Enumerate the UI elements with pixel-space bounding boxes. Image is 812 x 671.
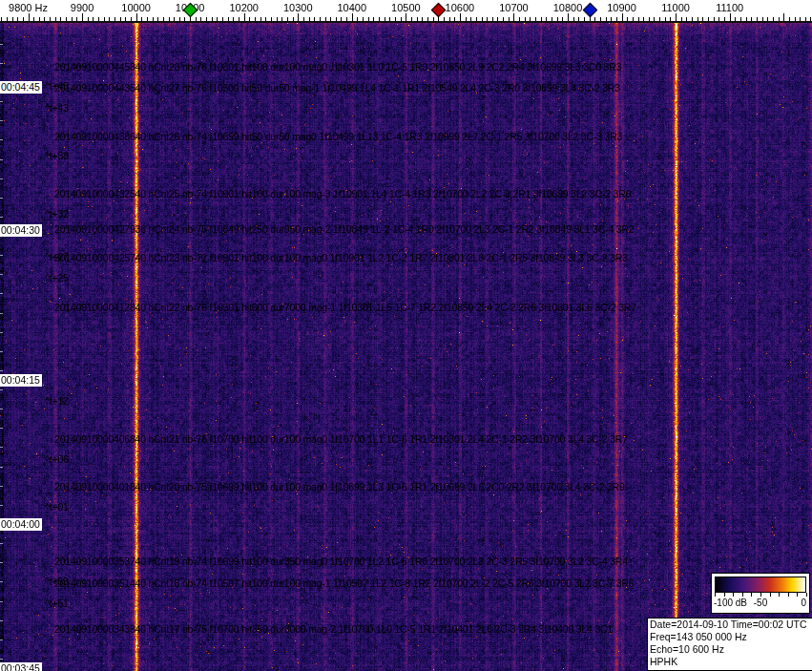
freq-minor-tick [200, 17, 201, 21]
time-axis-tick [0, 447, 3, 448]
scale-tick [715, 593, 716, 597]
freq-minor-tick [60, 17, 61, 21]
freq-minor-tick [535, 17, 536, 21]
freq-minor-tick [714, 17, 715, 21]
freq-major-tick [136, 13, 137, 21]
freq-minor-tick [271, 17, 272, 21]
freq-minor-tick [670, 17, 671, 21]
freq-minor-tick [697, 17, 698, 21]
freq-minor-tick [643, 17, 644, 21]
freq-minor-tick [277, 17, 278, 21]
freq-minor-tick [141, 17, 142, 21]
event-time-marker: ^t+51 [45, 598, 69, 609]
freq-minor-tick [530, 17, 531, 21]
time-label: 00:04:00 [0, 518, 42, 531]
freq-minor-tick [314, 17, 315, 21]
freq-minor-tick [76, 17, 77, 21]
detection-log-line: 20140910000351440 hCnt18 nb-74 f10507 hi… [54, 577, 634, 589]
freq-major-tick [568, 13, 569, 21]
freq-axis-label: 11100 [716, 2, 743, 13]
freq-minor-tick [422, 17, 423, 21]
time-axis-tick [0, 63, 3, 64]
freq-minor-tick [330, 17, 331, 21]
freq-minor-tick [55, 17, 56, 21]
freq-minor-tick [72, 17, 73, 21]
freq-minor-tick [805, 17, 806, 21]
scale-tick [770, 593, 771, 597]
scale-tick [733, 593, 734, 597]
freq-minor-tick [228, 17, 229, 21]
detection-log-line: 20140910000353740 hCnt19 nb-74 f10699 hi… [54, 556, 628, 567]
freq-minor-tick [654, 17, 655, 21]
time-axis-tick [0, 467, 3, 468]
freq-minor-tick [546, 17, 547, 21]
blue-diamond-marker-icon[interactable] [582, 3, 597, 18]
freq-minor-tick [385, 17, 385, 21]
freq-minor-tick [616, 17, 617, 21]
time-axis-tick [0, 389, 3, 390]
freq-minor-tick [50, 17, 51, 21]
freq-major-tick [622, 13, 623, 21]
freq-minor-tick [751, 17, 752, 21]
freq-minor-tick [487, 17, 488, 21]
freq-major-tick [676, 13, 677, 21]
freq-minor-tick [320, 17, 321, 21]
freq-minor-tick [179, 17, 180, 21]
freq-minor-tick [88, 17, 89, 21]
freq-axis-label: 10700 [499, 2, 529, 13]
time-axis-tick [0, 274, 3, 275]
freq-axis-label: 10900 [607, 2, 636, 13]
freq-major-tick [460, 13, 461, 21]
scale-tick [788, 593, 789, 597]
freq-axis-label: 10600 [446, 2, 475, 13]
scale-mid-label: -50 [754, 598, 767, 608]
freq-minor-tick [325, 17, 326, 21]
freq-minor-tick [552, 17, 552, 21]
freq-minor-tick [363, 17, 364, 21]
time-axis-tick [0, 313, 3, 314]
freq-minor-tick [735, 17, 736, 21]
red-diamond-marker-icon[interactable] [431, 3, 447, 18]
event-time-marker: ^t+38 [45, 150, 69, 161]
freq-minor-tick [433, 17, 434, 21]
freq-minor-tick [541, 17, 542, 21]
freq-minor-tick [649, 17, 650, 21]
freq-minor-tick [638, 17, 639, 21]
freq-minor-tick [12, 17, 13, 21]
freq-major-tick [352, 13, 353, 21]
scale-tick [797, 593, 798, 597]
freq-minor-tick [336, 17, 337, 21]
freq-minor-tick [724, 17, 725, 21]
freq-minor-tick [686, 17, 687, 21]
event-time-marker: ^t+01 [45, 501, 69, 513]
freq-minor-tick [773, 17, 774, 21]
freq-minor-tick [7, 17, 8, 21]
freq-minor-tick [44, 17, 45, 21]
time-axis-tick [0, 659, 3, 660]
time-axis-tick [0, 620, 3, 621]
time-axis-tick [0, 428, 3, 429]
freq-axis-label: 10800 [553, 2, 583, 13]
freq-minor-tick [131, 17, 132, 21]
freq-axis-label: 10500 [391, 2, 421, 13]
freq-minor-tick [153, 17, 154, 21]
color-scale-ticks [715, 593, 806, 597]
freq-minor-tick [93, 17, 94, 21]
freq-major-tick [29, 13, 30, 21]
freq-minor-tick [438, 17, 439, 21]
time-axis-tick [0, 601, 3, 602]
freq-minor-tick [206, 17, 207, 21]
time-axis-tick [0, 562, 3, 563]
freq-minor-tick [718, 17, 719, 21]
time-label: 00:04:45 [0, 81, 42, 94]
freq-major-tick [513, 13, 514, 21]
time-axis-tick [0, 101, 3, 102]
freq-minor-tick [39, 17, 40, 21]
info-station-id: HPHK [650, 656, 811, 668]
freq-minor-tick [525, 17, 526, 21]
freq-minor-tick [594, 17, 595, 21]
freq-minor-tick [681, 17, 682, 21]
freq-minor-tick [66, 17, 67, 21]
freq-minor-tick [584, 17, 585, 21]
freq-minor-tick [757, 17, 758, 21]
